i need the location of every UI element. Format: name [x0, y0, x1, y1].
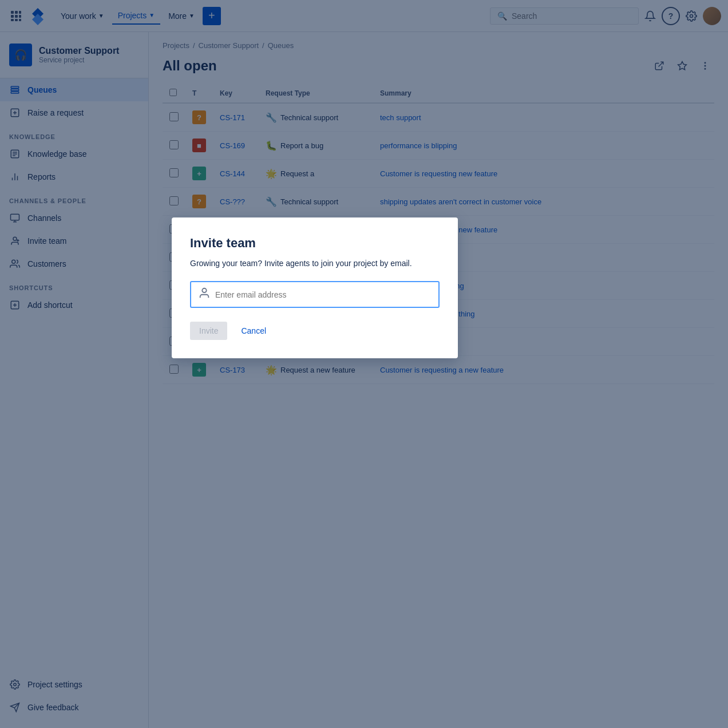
- modal-title: Invite team: [190, 236, 440, 251]
- modal-actions: Invite Cancel: [190, 322, 440, 340]
- invite-button[interactable]: Invite: [190, 322, 227, 340]
- person-icon: [198, 287, 211, 302]
- cancel-button[interactable]: Cancel: [232, 322, 275, 340]
- modal-description: Growing your team? Invite agents to join…: [190, 258, 440, 270]
- modal-overlay: Invite team Growing your team? Invite ag…: [0, 0, 728, 728]
- email-input[interactable]: [215, 290, 432, 299]
- invite-team-modal: Invite team Growing your team? Invite ag…: [172, 217, 458, 358]
- svg-point-41: [202, 288, 206, 292]
- email-input-wrapper: [190, 281, 440, 308]
